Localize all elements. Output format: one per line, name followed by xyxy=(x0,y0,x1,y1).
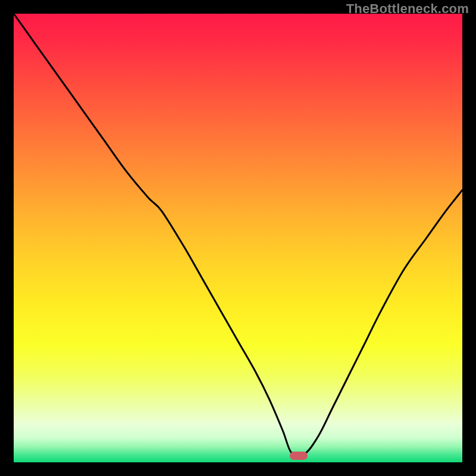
figure-root: TheBottleneck.com xyxy=(0,0,476,476)
curve-layer xyxy=(14,14,462,462)
bottleneck-curve xyxy=(14,14,462,456)
minimum-marker xyxy=(290,452,308,460)
watermark-text: TheBottleneck.com xyxy=(346,1,469,17)
plot-frame xyxy=(14,14,462,462)
